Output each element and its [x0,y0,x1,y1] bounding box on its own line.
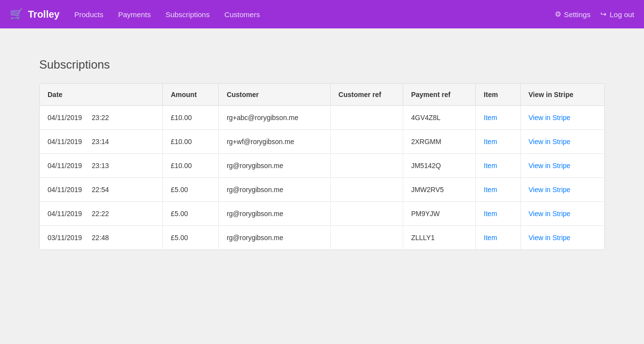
cell-item-3: Item [476,178,520,202]
subscriptions-table: Date Amount Customer Customer ref Paymen… [40,84,604,249]
cell-customer-ref-1 [331,130,403,154]
cell-customer-2: rg@rorygibson.me [219,154,331,178]
page-title: Subscriptions [39,58,605,72]
view-in-stripe-link-0[interactable]: View in Stripe [529,114,570,122]
cell-amount-5: £5.00 [163,226,219,250]
cell-amount-4: £5.00 [163,202,219,226]
cell-customer-ref-2 [331,154,403,178]
main-content: Subscriptions Date Amount Customer Custo… [0,28,644,279]
subscriptions-table-container: Date Amount Customer Customer ref Paymen… [39,83,605,250]
logout-label: Log out [610,10,634,19]
time-value-4: 22:22 [92,210,109,218]
cell-item-5: Item [476,226,520,250]
cell-item-0: Item [476,106,520,130]
cell-view-stripe-2: View in Stripe [520,154,604,178]
cell-payment-ref-0: 4GV4Z8L [403,106,476,130]
settings-link[interactable]: ⚙ Settings [555,10,591,19]
nav-link-payments[interactable]: Payments [118,10,151,19]
time-value-5: 22:48 [92,234,109,242]
cell-amount-1: £10.00 [163,130,219,154]
nav-actions: ⚙ Settings ↪ Log out [555,10,634,19]
cell-item-4: Item [476,202,520,226]
logout-link[interactable]: ↪ Log out [600,10,634,19]
cell-date-2: 04/11/2019 23:13 [40,154,163,178]
table-row: 04/11/2019 23:22 £10.00 rg+abc@rorygibso… [40,106,604,130]
nav-link-products[interactable]: Products [74,10,103,19]
logout-icon: ↪ [600,10,607,19]
nav-link-subscriptions[interactable]: Subscriptions [165,10,209,19]
cell-amount-3: £5.00 [163,178,219,202]
navbar: 🛒 Trolley Products Payments Subscription… [0,0,644,28]
cell-customer-3: rg@rorygibson.me [219,178,331,202]
table-row: 04/11/2019 23:13 £10.00 rg@rorygibson.me… [40,154,604,178]
cell-payment-ref-4: PM9YJW [403,202,476,226]
item-link-3[interactable]: Item [484,186,497,194]
time-value-3: 22:54 [92,186,109,194]
view-in-stripe-link-4[interactable]: View in Stripe [529,210,570,218]
date-value-1: 04/11/2019 [48,138,82,146]
col-header-payment-ref: Payment ref [403,84,476,106]
time-value-0: 23:22 [92,114,109,122]
cell-date-0: 04/11/2019 23:22 [40,106,163,130]
view-in-stripe-link-5[interactable]: View in Stripe [529,234,570,242]
date-value-4: 04/11/2019 [48,210,82,218]
cell-customer-ref-4 [331,202,403,226]
time-value-1: 23:14 [92,138,109,146]
gear-icon: ⚙ [555,10,561,19]
col-header-view-in-stripe: View in Stripe [520,84,604,106]
cell-amount-0: £10.00 [163,106,219,130]
date-value-3: 04/11/2019 [48,186,82,194]
table-body: 04/11/2019 23:22 £10.00 rg+abc@rorygibso… [40,106,604,250]
view-in-stripe-link-1[interactable]: View in Stripe [529,138,570,146]
cell-date-4: 04/11/2019 22:22 [40,202,163,226]
cell-date-5: 03/11/2019 22:48 [40,226,163,250]
time-value-2: 23:13 [92,162,109,170]
item-link-0[interactable]: Item [484,114,497,122]
cell-customer-1: rg+wf@rorygibson.me [219,130,331,154]
cell-view-stripe-0: View in Stripe [520,106,604,130]
table-header: Date Amount Customer Customer ref Paymen… [40,84,604,106]
date-value-2: 04/11/2019 [48,162,82,170]
col-header-customer: Customer [219,84,331,106]
cell-customer-4: rg@rorygibson.me [219,202,331,226]
col-header-item: Item [476,84,520,106]
cell-customer-5: rg@rorygibson.me [219,226,331,250]
table-row: 04/11/2019 23:14 £10.00 rg+wf@rorygibson… [40,130,604,154]
item-link-4[interactable]: Item [484,210,497,218]
cell-customer-ref-3 [331,178,403,202]
cell-view-stripe-4: View in Stripe [520,202,604,226]
item-link-5[interactable]: Item [484,234,497,242]
view-in-stripe-link-2[interactable]: View in Stripe [529,162,570,170]
item-link-2[interactable]: Item [484,162,497,170]
brand-name: Trolley [28,9,59,20]
nav-brand[interactable]: 🛒 Trolley [10,8,59,21]
cell-payment-ref-1: 2XRGMM [403,130,476,154]
cell-payment-ref-3: JMW2RV5 [403,178,476,202]
cell-payment-ref-5: ZLLLY1 [403,226,476,250]
col-header-customer-ref: Customer ref [331,84,403,106]
item-link-1[interactable]: Item [484,138,497,146]
date-value-0: 04/11/2019 [48,114,82,122]
table-row: 04/11/2019 22:22 £5.00 rg@rorygibson.me … [40,202,604,226]
col-header-date: Date [40,84,163,106]
nav-link-customers[interactable]: Customers [224,10,260,19]
cell-item-1: Item [476,130,520,154]
table-row: 04/11/2019 22:54 £5.00 rg@rorygibson.me … [40,178,604,202]
cell-customer-ref-0 [331,106,403,130]
cell-customer-0: rg+abc@rorygibson.me [219,106,331,130]
date-value-5: 03/11/2019 [48,234,82,242]
table-row: 03/11/2019 22:48 £5.00 rg@rorygibson.me … [40,226,604,250]
cell-payment-ref-2: JM5142Q [403,154,476,178]
cell-item-2: Item [476,154,520,178]
cell-date-3: 04/11/2019 22:54 [40,178,163,202]
nav-links: Products Payments Subscriptions Customer… [74,10,554,19]
col-header-amount: Amount [163,84,219,106]
cell-view-stripe-5: View in Stripe [520,226,604,250]
cell-view-stripe-3: View in Stripe [520,178,604,202]
cell-view-stripe-1: View in Stripe [520,130,604,154]
cell-date-1: 04/11/2019 23:14 [40,130,163,154]
settings-label: Settings [564,10,591,19]
view-in-stripe-link-3[interactable]: View in Stripe [529,186,570,194]
cell-customer-ref-5 [331,226,403,250]
cart-icon: 🛒 [10,8,23,21]
